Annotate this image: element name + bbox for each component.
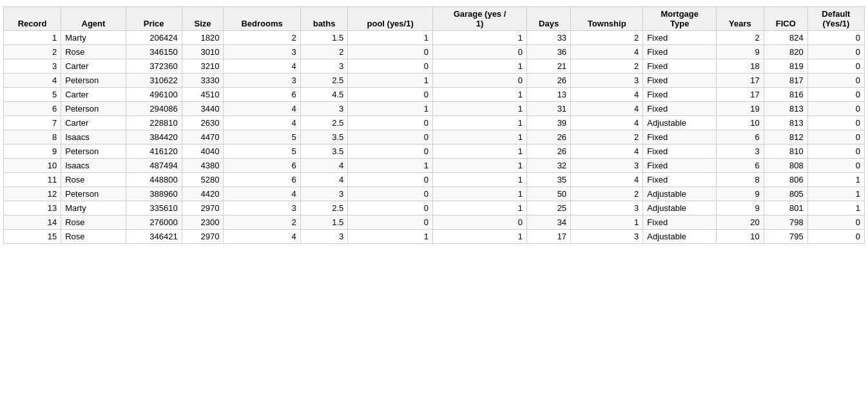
table-cell: 2 — [4, 45, 61, 59]
table-cell: Fixed — [643, 74, 717, 88]
table-cell: 2 — [571, 187, 643, 201]
table-cell: 798 — [764, 215, 807, 230]
table-cell: 4 — [571, 116, 643, 130]
table-cell: Fixed — [643, 159, 717, 173]
col-price: Price — [126, 7, 182, 31]
table-cell: Adjustable — [643, 187, 717, 201]
header-row: Record Agent Price Size Bedrooms baths p… — [4, 7, 865, 31]
table-cell: 2.5 — [300, 74, 348, 88]
table-row: 1Marty206424182021.511332Fixed28240 — [4, 31, 865, 45]
table-cell: 824 — [764, 31, 807, 45]
table-cell: 0 — [348, 88, 433, 102]
table-cell: 32 — [527, 159, 571, 173]
col-baths: baths — [300, 7, 348, 31]
table-cell: Fixed — [643, 88, 717, 102]
table-cell: 0 — [807, 130, 864, 145]
table-cell: 2 — [224, 31, 300, 45]
table-cell: 335610 — [126, 201, 182, 215]
table-cell: 3440 — [182, 102, 224, 116]
table-cell: 1 — [432, 173, 526, 187]
table-cell: 0 — [348, 173, 433, 187]
table-cell: Rose — [61, 45, 126, 59]
table-cell: 17 — [527, 230, 571, 244]
table-cell: 1 — [432, 130, 526, 145]
table-cell: 1.5 — [300, 31, 348, 45]
table-cell: 1 — [348, 31, 433, 45]
table-row: 2Rose34615030103200364Fixed98200 — [4, 45, 865, 59]
table-cell: 1.5 — [300, 215, 348, 230]
table-cell: 19 — [717, 102, 764, 116]
table-cell: 819 — [764, 59, 807, 74]
table-cell: 10 — [717, 116, 764, 130]
table-cell: 4 — [571, 145, 643, 159]
table-cell: 26 — [527, 130, 571, 145]
table-cell: 4 — [224, 230, 300, 244]
table-cell: Isaacs — [61, 130, 126, 145]
table-cell: 812 — [764, 130, 807, 145]
table-cell: 0 — [432, 215, 526, 230]
table-cell: 4510 — [182, 88, 224, 102]
table-cell: 18 — [717, 59, 764, 74]
table-cell: 3.5 — [300, 130, 348, 145]
table-cell: 17 — [717, 74, 764, 88]
table-cell: 1 — [432, 31, 526, 45]
table-cell: Peterson — [61, 145, 126, 159]
table-cell: Peterson — [61, 74, 126, 88]
table-cell: 294086 — [126, 102, 182, 116]
table-cell: 0 — [348, 116, 433, 130]
table-cell: Fixed — [643, 31, 717, 45]
table-cell: Fixed — [643, 215, 717, 230]
table-row: 11Rose44880052806401354Fixed88061 — [4, 173, 865, 187]
table-cell: 50 — [527, 187, 571, 201]
table-row: 7Carter228810263042.501394Adjustable1081… — [4, 116, 865, 130]
table-cell: 0 — [807, 230, 864, 244]
table-cell: 0 — [432, 74, 526, 88]
table-cell: 4 — [224, 102, 300, 116]
table-cell: 26 — [527, 74, 571, 88]
table-cell: Carter — [61, 88, 126, 102]
table-cell: 0 — [348, 187, 433, 201]
table-cell: 33 — [527, 31, 571, 45]
table-cell: 372360 — [126, 59, 182, 74]
table-cell: 1 — [432, 102, 526, 116]
table-cell: 3 — [300, 59, 348, 74]
table-cell: 1 — [4, 31, 61, 45]
table-cell: 2630 — [182, 116, 224, 130]
table-cell: Fixed — [643, 102, 717, 116]
table-cell: 805 — [764, 187, 807, 201]
table-cell: 3 — [571, 201, 643, 215]
table-cell: 12 — [4, 187, 61, 201]
table-cell: 817 — [764, 74, 807, 88]
table-cell: 34 — [527, 215, 571, 230]
col-years: Years — [717, 7, 764, 31]
table-cell: 4 — [224, 187, 300, 201]
table-cell: 3 — [571, 74, 643, 88]
table-cell: 3 — [300, 102, 348, 116]
table-cell: 5 — [4, 88, 61, 102]
table-cell: 10 — [717, 230, 764, 244]
table-cell: 6 — [224, 159, 300, 173]
table-cell: 1 — [432, 201, 526, 215]
table-cell: 2970 — [182, 201, 224, 215]
table-cell: 0 — [807, 74, 864, 88]
table-cell: 6 — [717, 159, 764, 173]
table-cell: 3330 — [182, 74, 224, 88]
table-cell: 10 — [4, 159, 61, 173]
table-cell: 0 — [807, 45, 864, 59]
table-cell: 25 — [527, 201, 571, 215]
table-cell: 0 — [348, 145, 433, 159]
table-cell: 816 — [764, 88, 807, 102]
table-cell: 35 — [527, 173, 571, 187]
col-default: Default(Yes/1) — [807, 7, 864, 31]
table-cell: 3.5 — [300, 145, 348, 159]
table-cell: 0 — [348, 59, 433, 74]
col-mortgage-type: MortgageType — [643, 7, 717, 31]
table-cell: 0 — [807, 31, 864, 45]
table-cell: 384420 — [126, 130, 182, 145]
table-cell: 0 — [807, 159, 864, 173]
table-cell: 0 — [807, 102, 864, 116]
table-cell: 0 — [807, 88, 864, 102]
table-cell: 813 — [764, 116, 807, 130]
col-township: Township — [571, 7, 643, 31]
table-cell: 1 — [432, 187, 526, 201]
